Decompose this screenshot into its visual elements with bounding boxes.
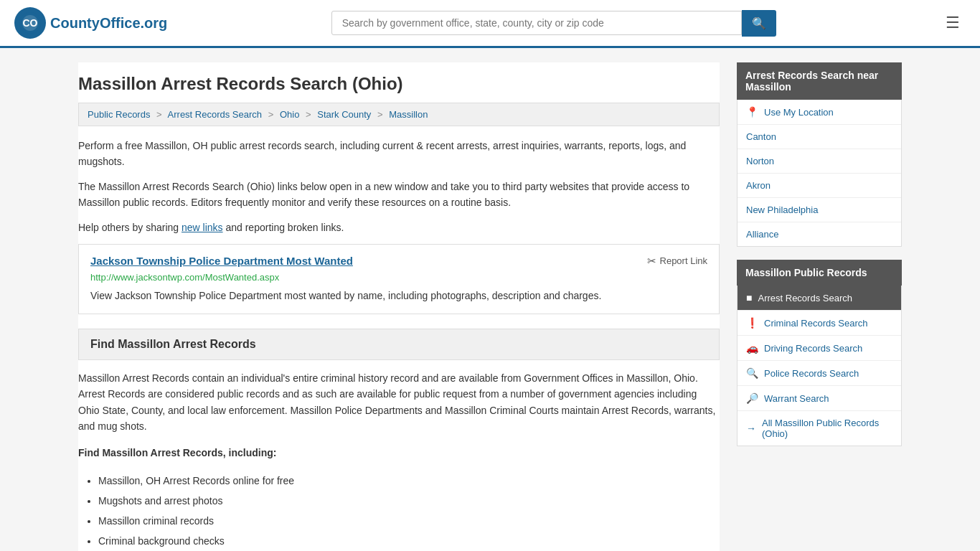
breadcrumb-sep-4: > (377, 109, 383, 120)
desc3-suffix: and reporting broken links. (223, 222, 344, 233)
logo-svg: CO (19, 11, 42, 34)
hamburger-icon: ☰ (946, 14, 960, 32)
logo-text: CountyOffice.org (50, 15, 167, 32)
akron-link[interactable]: Akron (746, 180, 771, 191)
police-records-icon: 🔍 (746, 367, 758, 379)
breadcrumb-public-records[interactable]: Public Records (88, 109, 150, 120)
listing-card: Jackson Township Police Department Most … (78, 244, 720, 314)
find-section-body: Massillon Arrest Records contain an indi… (78, 370, 720, 551)
find-list: Massillon, OH Arrest Records online for … (78, 471, 720, 551)
main-wrapper: Massillon Arrest Records Search (Ohio) P… (67, 48, 913, 551)
breadcrumb-sep-2: > (268, 109, 274, 120)
arrest-records-icon: ■ (746, 292, 752, 303)
driving-records-icon: 🚗 (746, 342, 758, 354)
norton-link[interactable]: Norton (746, 156, 774, 166)
find-section-title: Find Massillon Arrest Records (90, 338, 707, 351)
search-input[interactable] (331, 11, 742, 35)
breadcrumb-ohio[interactable]: Ohio (280, 109, 299, 120)
sidebar-item-canton[interactable]: Canton (738, 125, 901, 149)
listing-url[interactable]: http://www.jacksontwp.com/MostWanted.asp… (90, 272, 707, 283)
sidebar-nearby-links: 📍 Use My Location Canton Norton Akron Ne… (737, 100, 902, 247)
police-records-link[interactable]: Police Records Search (764, 368, 859, 379)
list-item: Criminal background checks (98, 531, 720, 551)
breadcrumb-sep-1: > (156, 109, 162, 120)
logo-area: CO CountyOffice.org (14, 7, 167, 39)
search-icon: 🔍 (752, 17, 766, 29)
criminal-records-icon: ❗ (746, 317, 758, 329)
content-area: Massillon Arrest Records Search (Ohio) P… (78, 62, 720, 551)
sidebar-item-akron[interactable]: Akron (738, 174, 901, 198)
find-body-text: Massillon Arrest Records contain an indi… (78, 370, 720, 435)
page-title: Massillon Arrest Records Search (Ohio) (78, 62, 720, 103)
sidebar-pub-arrest-records[interactable]: ■ Arrest Records Search (738, 286, 901, 311)
sidebar-pub-driving-records[interactable]: 🚗 Driving Records Search (738, 336, 901, 361)
driving-records-link[interactable]: Driving Records Search (764, 343, 862, 354)
warrant-search-icon: 🔎 (746, 392, 758, 404)
sidebar-pub-criminal-records[interactable]: ❗ Criminal Records Search (738, 311, 901, 336)
all-records-icon: → (746, 423, 756, 434)
desc3-prefix: Help others by sharing (78, 222, 182, 233)
svg-text:CO: CO (23, 17, 38, 29)
listing-description: View Jackson Township Police Department … (90, 288, 707, 303)
sidebar-nearby-title: Arrest Records Search near Massillon (737, 62, 902, 100)
sidebar-item-new-philadelphia[interactable]: New Philadelphia (738, 198, 901, 222)
sidebar-pub-warrant-search[interactable]: 🔎 Warrant Search (738, 386, 901, 411)
sidebar-pub-title: Massillon Public Records (737, 260, 902, 286)
breadcrumb-stark-county[interactable]: Stark County (317, 109, 371, 120)
listing-header: Jackson Township Police Department Most … (90, 255, 707, 268)
warrant-search-link[interactable]: Warrant Search (764, 393, 829, 404)
sidebar-pub-links: ■ Arrest Records Search ❗ Criminal Recor… (737, 286, 902, 446)
sidebar-item-alliance[interactable]: Alliance (738, 222, 901, 246)
all-records-link[interactable]: All Massillon Public Records (Ohio) (762, 418, 892, 439)
canton-link[interactable]: Canton (746, 131, 776, 142)
sidebar-item-use-location[interactable]: 📍 Use My Location (738, 100, 901, 125)
description-2: The Massillon Arrest Records Search (Ohi… (78, 179, 720, 211)
sidebar: Arrest Records Search near Massillon 📍 U… (737, 62, 902, 551)
menu-button[interactable]: ☰ (940, 9, 966, 37)
alliance-link[interactable]: Alliance (746, 229, 779, 240)
use-my-location-link[interactable]: Use My Location (764, 107, 834, 118)
search-button[interactable]: 🔍 (742, 10, 776, 37)
breadcrumb-sep-3: > (306, 109, 311, 120)
logo-icon: CO (14, 7, 46, 39)
find-subheading: Find Massillon Arrest Records, including… (78, 445, 720, 461)
report-link-button[interactable]: ✂ Report Link (647, 255, 707, 268)
criminal-records-link[interactable]: Criminal Records Search (764, 318, 868, 329)
new-philadelphia-link[interactable]: New Philadelphia (746, 204, 818, 215)
sidebar-pub-police-records[interactable]: 🔍 Police Records Search (738, 361, 901, 386)
new-links-link[interactable]: new links (182, 222, 223, 233)
breadcrumb-massillon[interactable]: Massillon (389, 109, 428, 120)
list-item: Massillon, OH Arrest Records online for … (98, 471, 720, 491)
listing-title[interactable]: Jackson Township Police Department Most … (90, 255, 353, 267)
logo-suffix: .org (141, 15, 168, 31)
list-item: Mugshots and arrest photos (98, 491, 720, 511)
report-link-label: Report Link (660, 255, 707, 266)
header: CO CountyOffice.org 🔍 ☰ (0, 0, 980, 48)
sidebar-item-norton[interactable]: Norton (738, 149, 901, 174)
arrest-records-link[interactable]: Arrest Records Search (758, 293, 852, 303)
search-bar: 🔍 (331, 10, 776, 37)
breadcrumb-arrest-records[interactable]: Arrest Records Search (168, 109, 263, 120)
description-3: Help others by sharing new links and rep… (78, 220, 720, 235)
logo-name: CountyOffice (50, 15, 141, 31)
list-item: Massillon criminal records (98, 511, 720, 531)
description-1: Perform a free Massillon, OH public arre… (78, 138, 720, 170)
sidebar-pub-all-records[interactable]: → All Massillon Public Records (Ohio) (738, 411, 901, 446)
find-section-header: Find Massillon Arrest Records (78, 329, 720, 360)
breadcrumb: Public Records > Arrest Records Search >… (78, 103, 720, 126)
location-icon: 📍 (746, 106, 758, 118)
report-icon: ✂ (647, 255, 656, 268)
